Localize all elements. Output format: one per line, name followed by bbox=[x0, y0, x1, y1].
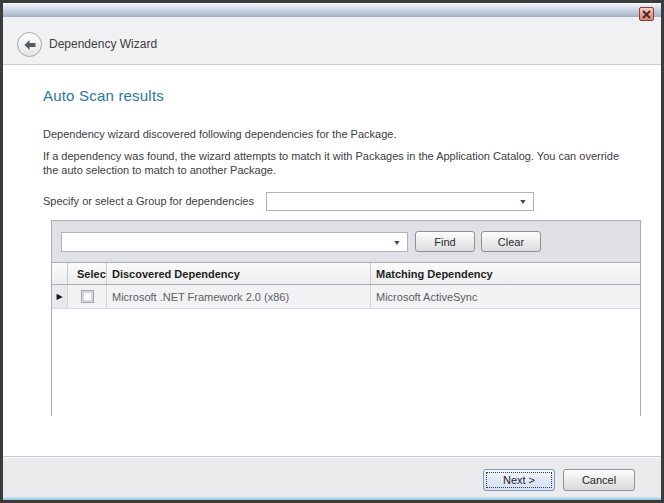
description-line-1: Dependency wizard discovered following d… bbox=[43, 127, 638, 141]
discovered-dependency-cell[interactable]: Microsoft .NET Framework 2.0 (x86) bbox=[107, 285, 371, 308]
page-title: Auto Scan results bbox=[43, 87, 164, 104]
column-header-discovered-dependency[interactable]: Discovered Dependency bbox=[107, 263, 371, 284]
matching-dependency-cell[interactable]: Microsoft ActiveSync bbox=[371, 285, 640, 308]
wizard-title: Dependency Wizard bbox=[49, 37, 157, 51]
wizard-content: Auto Scan results Dependency wizard disc… bbox=[3, 65, 661, 456]
wizard-header: Dependency Wizard bbox=[3, 17, 661, 65]
wizard-footer: Next > Cancel bbox=[3, 456, 661, 497]
table-row[interactable]: ▶ Microsoft .NET Framework 2.0 (x86) Mic… bbox=[52, 285, 640, 309]
next-button[interactable]: Next > bbox=[483, 469, 555, 491]
find-combobox[interactable]: ▼ bbox=[61, 232, 408, 252]
group-selection-row: Specify or select a Group for dependenci… bbox=[43, 192, 638, 212]
column-header-matching-dependency[interactable]: Matching Dependency bbox=[371, 263, 640, 284]
column-header-select[interactable]: Select bbox=[68, 263, 107, 284]
row-checkbox[interactable] bbox=[81, 290, 94, 303]
description-line-2: If a dependency was found, the wizard at… bbox=[43, 149, 635, 177]
group-label: Specify or select a Group for dependenci… bbox=[43, 195, 254, 207]
select-cell bbox=[68, 285, 107, 308]
clear-button[interactable]: Clear bbox=[481, 231, 541, 252]
close-button[interactable] bbox=[639, 7, 654, 21]
row-selector-header-cell bbox=[52, 263, 68, 284]
chevron-down-icon[interactable]: ▼ bbox=[392, 239, 408, 246]
current-row-indicator-icon: ▶ bbox=[56, 293, 62, 301]
titlebar bbox=[3, 3, 661, 17]
table-header-row: Select Discovered Dependency Matching De… bbox=[52, 263, 640, 285]
dependencies-panel: ▼ Find Clear Select Discovered Dependenc… bbox=[51, 220, 641, 416]
back-button[interactable] bbox=[17, 32, 42, 57]
chevron-down-icon[interactable]: ▼ bbox=[518, 198, 534, 205]
find-button[interactable]: Find bbox=[415, 231, 475, 252]
row-selector-cell[interactable]: ▶ bbox=[52, 285, 68, 308]
group-combobox[interactable]: ▼ bbox=[266, 192, 534, 211]
find-bar: ▼ Find Clear bbox=[52, 221, 640, 262]
cancel-button[interactable]: Cancel bbox=[563, 469, 635, 491]
close-icon bbox=[642, 10, 651, 19]
dependencies-table: Select Discovered Dependency Matching De… bbox=[52, 262, 640, 416]
back-arrow-icon bbox=[23, 39, 37, 51]
bottom-accent-strip bbox=[3, 497, 661, 503]
dependency-wizard-window: Dependency Wizard Auto Scan results Depe… bbox=[0, 0, 664, 503]
